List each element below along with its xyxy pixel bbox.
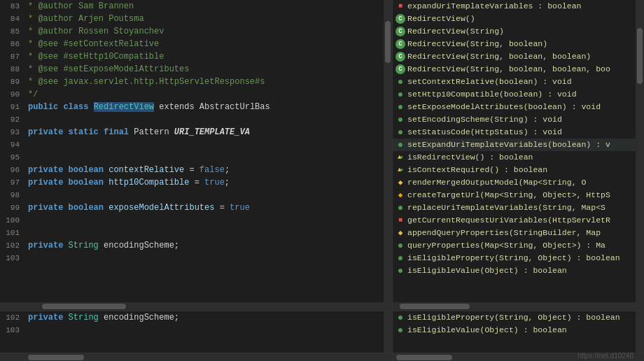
line-content: private boolean exposeModelAttributes = … (25, 201, 384, 214)
code-line: 88 * @see #setExposeModelAttributes (0, 63, 384, 76)
outline-item-icon: ● (396, 102, 405, 112)
outline-item-icon: C (396, 52, 405, 62)
outline-item[interactable]: ◆createTargetUrl(Map<String, Object>, Ht… (393, 189, 636, 201)
line-number: 94 (0, 139, 25, 151)
left-vscroll-thumb[interactable] (385, 21, 391, 63)
outline-hscroll-thumb[interactable] (400, 304, 470, 309)
outline-item[interactable]: CRedirectView() (393, 13, 636, 25)
outline-item[interactable]: CRedirectView(String) (393, 25, 636, 38)
outline-item[interactable]: ●setEncodingScheme(String) : void (393, 113, 636, 126)
outline-item[interactable]: ●isEligibleProperty(String, Object) : bo… (393, 252, 636, 264)
outline-item-icon: ▲● (396, 165, 405, 175)
outline-item[interactable]: ●setExpandUriTemplateVariables(boolean) … (393, 139, 636, 151)
line-number: 97 (0, 176, 25, 189)
code-line: 95 (0, 151, 384, 164)
left-vertical-scrollbar[interactable] (384, 0, 392, 302)
outline-item[interactable]: ●setHttp10Compatible(boolean) : void (393, 88, 636, 101)
code-line: 86 * @see #setContextRelative (0, 38, 384, 50)
outline-item[interactable]: CRedirectView(String, boolean) (393, 38, 636, 50)
outline-item-text: isRedirectView() : boolean (407, 151, 533, 164)
line-content: * @see #setExposeModelAttributes (25, 63, 384, 76)
outline-item[interactable]: CRedirectView(String, boolean, boolean, … (393, 63, 636, 76)
line-number: 102 (0, 239, 25, 252)
outline-item-icon: ◆ (396, 190, 405, 200)
line-content: * @see #setContextRelative (25, 38, 384, 50)
outline-item-text: setHttp10Compatible(boolean) : void (407, 88, 577, 101)
outline-item[interactable]: ▲●isRedirectView() : boolean (393, 151, 636, 164)
outline-item[interactable]: ●isEligibleProperty(String, Object) : bo… (393, 311, 636, 324)
code-line: 89 * @see javax.servlet.http.HttpServlet… (0, 76, 384, 88)
outline-item[interactable]: ●setStatusCode(HttpStatus) : void (393, 126, 636, 139)
outline-item-icon: ● (396, 253, 405, 263)
line-number: 86 (0, 38, 25, 50)
outline-item-text: setContextRelative(boolean) : void (407, 76, 572, 88)
code-hscrollbar[interactable] (0, 302, 392, 311)
line-number: 98 (0, 189, 25, 201)
code-line: 98 (0, 189, 384, 201)
outline-item-icon: ▲● (396, 153, 405, 162)
outline-item-text: expandUriTemplateVariables : boolean (407, 0, 581, 13)
outline-item[interactable]: ●setContextRelative(boolean) : void (393, 76, 636, 88)
code-line: 102 private String encodingScheme; (0, 239, 384, 252)
outline-vscroll-thumb[interactable] (637, 28, 643, 84)
line-number: 101 (0, 227, 25, 239)
code-line: 102 private String encodingScheme; (0, 311, 384, 324)
outline-item[interactable]: ■getCurrentRequestUriVariables(HttpServl… (393, 214, 636, 227)
outline-item-text: RedirectView(String, boolean) (407, 38, 547, 50)
outline-item[interactable]: ◆renderMergedOutputModel(Map<String, O (393, 176, 636, 189)
outline-item[interactable]: ●setExposeModelAttributes(boolean) : voi… (393, 101, 636, 113)
code-line: 91public class RedirectView extends Abst… (0, 101, 384, 113)
bottom-code-hscrollbar[interactable] (0, 353, 392, 361)
outline-item[interactable]: ●queryProperties(Map<String, Object>) : … (393, 239, 636, 252)
watermark: https://net.d10240 (578, 352, 634, 360)
code-line: 101 (0, 227, 384, 239)
outline-item[interactable]: ◆appendQueryProperties(StringBuilder, Ma… (393, 227, 636, 239)
outline-item-text: isEligibleProperty(String, Object) : boo… (407, 311, 620, 324)
code-line: 85 * @author Rossen Stoyanchev (0, 25, 384, 38)
outline-item[interactable]: ▲●isContextRequired() : boolean (393, 164, 636, 176)
outline-hscrollbar[interactable] (393, 302, 644, 311)
code-line: 84 * @author Arjen Poutsma (0, 13, 384, 25)
code-line: 92 (0, 113, 384, 126)
outline-item-icon: C (396, 39, 405, 49)
line-number: 95 (0, 151, 25, 164)
code-hscroll-thumb[interactable] (42, 304, 126, 309)
line-content: private static final Pattern URI_TEMPLAT… (25, 126, 384, 139)
code-line: 100 (0, 214, 384, 227)
outline-item-icon: ■ (396, 1, 405, 11)
bottom-outline-hscroll-thumb[interactable] (396, 355, 452, 360)
code-line: 99 private boolean exposeModelAttributes… (0, 201, 384, 214)
outline-item-text: RedirectView(String) (407, 25, 504, 38)
bottom-left-vscroll[interactable] (384, 311, 392, 353)
code-line: 97 private boolean http10Compatible = tr… (0, 176, 384, 189)
code-line: 90 */ (0, 88, 384, 101)
line-number: 99 (0, 201, 25, 214)
outline-item[interactable]: ●isEligibleValue(Object) : boolean (393, 264, 636, 277)
bottom-outline-vscroll[interactable] (636, 311, 644, 353)
code-editor[interactable]: 83 * @author Sam Brannen84 * @author Arj… (0, 0, 392, 302)
line-number: 89 (0, 76, 25, 88)
outline-item[interactable]: ●isEligibleValue(Object) : boolean (393, 324, 636, 337)
outline-item-icon: ◆ (396, 178, 405, 187)
outline-item[interactable]: CRedirectView(String, boolean, boolean) (393, 50, 636, 63)
outline-item-text: createTargetUrl(Map<String, Object>, Htt… (407, 189, 610, 201)
outline-item-icon: C (396, 14, 405, 24)
outline-item-icon: ● (396, 241, 405, 250)
outline-item-icon: ■ (396, 215, 405, 225)
code-line: 103 (0, 324, 384, 337)
outline-item-text: isContextRequired() : boolean (407, 164, 547, 176)
outline-item-icon: ● (396, 313, 405, 323)
bottom-code-hscroll-thumb[interactable] (28, 355, 84, 360)
outline-item-text: renderMergedOutputModel(Map<String, O (407, 176, 586, 189)
outline-item-text: setExposeModelAttributes(boolean) : void (407, 101, 601, 113)
outline-item[interactable]: ●replaceUriTemplateVariables(String, Map… (393, 201, 636, 214)
outline-item-icon: ● (396, 115, 405, 125)
line-content: * @author Arjen Poutsma (25, 13, 384, 25)
line-number: 103 (0, 324, 25, 337)
outline-item-text: getCurrentRequestUriVariables(HttpServle… (407, 214, 610, 227)
outline-vscrollbar[interactable] (636, 0, 644, 302)
outline-item[interactable]: ■expandUriTemplateVariables : boolean (393, 0, 636, 13)
outline-item-text: queryProperties(Map<String, Object>) : M… (407, 239, 606, 252)
line-number: 90 (0, 88, 25, 101)
outline-item-text: setStatusCode(HttpStatus) : void (407, 126, 562, 139)
